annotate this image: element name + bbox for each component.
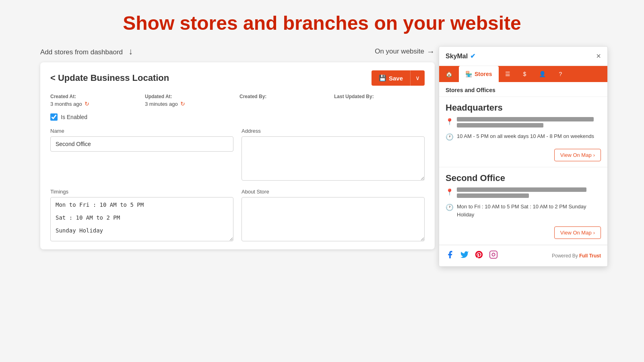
second-office-timing-row: 🕐 Mon to Fri : 10 AM to 5 PM Sat : 10 AM… <box>446 203 601 218</box>
instagram-icon[interactable] <box>489 250 498 261</box>
is-enabled-checkbox[interactable] <box>50 113 58 121</box>
created-at-refresh-icon[interactable]: ↻ <box>85 101 89 107</box>
about-store-group: About Store <box>242 189 425 241</box>
about-store-textarea[interactable] <box>242 197 425 241</box>
last-updated-by-group: Last Updated By: <box>334 94 425 107</box>
created-at-value: 3 months ago ↻ <box>50 101 141 107</box>
widget-footer: Powered By Full Trust <box>439 245 607 266</box>
widget-titlebar: SkyMal ✔ × <box>439 47 607 66</box>
page-title: Show stores and branches on your website <box>123 12 521 34</box>
updated-at-refresh-icon[interactable]: ↻ <box>180 101 185 107</box>
about-store-label: About Store <box>242 189 425 195</box>
address-label: Address <box>242 128 425 134</box>
twitter-icon[interactable] <box>460 250 469 261</box>
pin-icon: 📍 <box>446 118 454 125</box>
dashboard-card: < Update Business Location 💾 Save ∨ Crea… <box>40 62 435 249</box>
created-by-group: Created By: <box>239 94 330 107</box>
facebook-icon[interactable] <box>446 250 454 261</box>
nav-home[interactable]: 🏠 <box>439 66 459 82</box>
left-panel: Add stores from dashbaord ↓ On your webs… <box>36 46 439 249</box>
name-label: Name <box>50 128 233 134</box>
arrow-right-icon: → <box>427 47 435 56</box>
created-by-label: Created By: <box>239 94 330 99</box>
verified-icon: ✔ <box>470 52 475 60</box>
timings-label: Timings <box>50 189 233 195</box>
svg-rect-0 <box>490 251 497 258</box>
widget-nav: 🏠 🏪 Stores ☰ $ 👤 <box>439 66 607 82</box>
is-enabled-row: Is Enabled <box>50 113 425 121</box>
nav-dollar[interactable]: $ <box>517 66 533 82</box>
users-icon: 👤 <box>539 71 546 77</box>
second-office-address-blurred <box>457 187 601 200</box>
headquarters-timing-row: 🕐 10 AM - 5 PM on all week days 10 AM - … <box>446 132 601 141</box>
save-button[interactable]: 💾 Save <box>372 70 410 86</box>
nav-help[interactable]: ? <box>552 66 568 82</box>
location-name-headquarters: Headquarters <box>446 103 601 113</box>
chevron-right-icon-2: › <box>593 230 595 236</box>
pin-icon-2: 📍 <box>446 188 454 196</box>
widget-section-title: Stores and Offices <box>439 82 607 97</box>
timings-group: Timings Mon to Fri : 10 AM to 5 PM Sat :… <box>50 189 233 241</box>
content-area: Add stores from dashbaord ↓ On your webs… <box>8 46 636 267</box>
card-header: < Update Business Location 💾 Save ∨ <box>50 70 425 86</box>
home-icon: 🏠 <box>446 71 452 77</box>
nav-stores[interactable]: 🏪 Stores <box>459 66 499 82</box>
page-wrapper: Show stores and branches on your website… <box>0 0 644 362</box>
created-at-label: Created At: <box>50 94 141 99</box>
dollar-icon: $ <box>523 71 526 77</box>
back-button[interactable]: < Update Business Location <box>50 73 169 83</box>
location-card-second-office: Second Office 📍 🕐 Mon to Fri : 10 AM to … <box>439 167 607 245</box>
second-office-view-map-button[interactable]: View On Map › <box>554 226 601 239</box>
right-panel: SkyMal ✔ × 🏠 🏪 Stores ☰ <box>439 46 608 267</box>
address-textarea[interactable] <box>242 136 425 181</box>
menu-icon: ☰ <box>505 71 510 77</box>
timings-textarea[interactable]: Mon to Fri : 10 AM to 5 PM Sat : 10 AM t… <box>50 197 233 241</box>
name-group: Name <box>50 128 233 181</box>
nav-users[interactable]: 👤 <box>533 66 552 82</box>
hint-add-stores: Add stores from dashbaord ↓ <box>40 46 133 57</box>
headquarters-address-row: 📍 <box>446 117 601 129</box>
address-group: Address <box>242 128 425 181</box>
pinterest-icon[interactable] <box>475 250 483 261</box>
stores-icon: 🏪 <box>465 71 472 77</box>
updated-at-value: 3 minutes ago ↻ <box>145 101 235 107</box>
arrow-down-icon: ↓ <box>128 46 133 56</box>
clock-icon: 🕐 <box>446 133 454 141</box>
headquarters-view-map-row: View On Map › <box>446 145 601 161</box>
updated-at-label: Updated At: <box>145 94 235 99</box>
name-input[interactable] <box>50 136 233 152</box>
powered-by: Powered By Full Trust <box>552 253 601 259</box>
chevron-right-icon: › <box>593 152 595 158</box>
save-chevron-button[interactable]: ∨ <box>410 70 425 86</box>
last-updated-by-label: Last Updated By: <box>334 94 425 99</box>
close-icon[interactable]: × <box>596 51 601 61</box>
save-btn-group: 💾 Save ∨ <box>372 70 425 86</box>
updated-at-group: Updated At: 3 minutes ago ↻ <box>145 94 235 107</box>
headquarters-timing: 10 AM - 5 PM on all week days 10 AM - 8 … <box>457 132 594 140</box>
widget-title: SkyMal ✔ <box>446 52 475 60</box>
social-icons <box>446 250 498 261</box>
clock-icon-2: 🕐 <box>446 204 454 211</box>
location-card-headquarters: Headquarters 📍 🕐 10 AM - 5 PM on all wee… <box>439 97 607 167</box>
meta-row: Created At: 3 months ago ↻ Updated At: 3… <box>50 94 425 107</box>
website-widget: SkyMal ✔ × 🏠 🏪 Stores ☰ <box>439 46 608 267</box>
second-office-address-row: 📍 <box>446 187 601 200</box>
powered-brand: Full Trust <box>579 253 601 259</box>
help-icon: ? <box>559 71 562 77</box>
location-name-second-office: Second Office <box>446 173 601 183</box>
hint-on-website: On your website → <box>375 47 435 56</box>
created-at-group: Created At: 3 months ago ↻ <box>50 94 141 107</box>
top-hints: Add stores from dashbaord ↓ On your webs… <box>40 46 435 57</box>
headquarters-view-map-button[interactable]: View On Map › <box>554 149 601 161</box>
headquarters-address-blurred <box>457 117 601 129</box>
is-enabled-label: Is Enabled <box>61 114 87 120</box>
second-office-timing: Mon to Fri : 10 AM to 5 PM Sat : 10 AM t… <box>457 203 601 218</box>
form-grid: Name Address Timings Mon to Fri : 10 AM … <box>50 128 425 241</box>
second-office-view-map-row: View On Map › <box>446 222 601 239</box>
nav-menu[interactable]: ☰ <box>499 66 517 82</box>
